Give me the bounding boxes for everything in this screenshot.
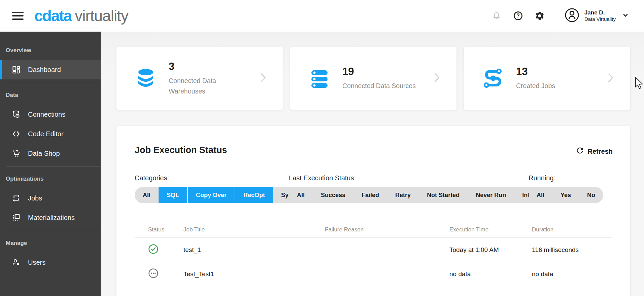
filter-label: Categories: <box>135 174 311 182</box>
sidebar-item-connections[interactable]: Connections <box>0 105 101 124</box>
materialization-icon <box>12 213 21 222</box>
database-icon <box>135 68 157 89</box>
filters-row: Categories: All SQL Copy Over RecOpt Sys… <box>135 174 612 202</box>
sidebar-section-optimizations: Optimizations <box>0 167 101 188</box>
running-segmented-control: All Yes No <box>529 187 603 203</box>
sidebar-item-label: Jobs <box>28 194 42 202</box>
card-value: 13 <box>516 66 555 78</box>
code-icon <box>12 130 21 138</box>
sidebar-item-label: Users <box>28 259 45 266</box>
card-created-jobs[interactable]: 13 Created Jobs <box>464 47 630 110</box>
card-connected-data-warehouses[interactable]: 3 Connected Data Warehouses <box>116 47 283 110</box>
job-title-cell: Test_Test1 <box>183 270 325 278</box>
sidebar-item-data-shop[interactable]: Data Shop <box>0 144 101 163</box>
chevron-right-icon[interactable] <box>256 71 270 86</box>
user-name: Jane D. <box>584 9 616 16</box>
user-info: Jane D. Data Virtuality <box>584 9 616 22</box>
refresh-icon <box>575 146 584 157</box>
card-label: Created Jobs <box>516 81 555 91</box>
logo-virtuality: virtuality <box>75 7 128 25</box>
main-content: 3 Connected Data Warehouses <box>101 32 644 296</box>
duration-cell: 116 milliseconds <box>532 246 612 254</box>
chevron-right-icon[interactable] <box>603 71 617 86</box>
sidebar-item-label: Data Shop <box>28 150 60 157</box>
settings-gear-icon[interactable] <box>535 11 545 21</box>
card-label: Connected Data Warehouses <box>169 76 248 96</box>
panel-title: Job Execution Status <box>135 145 612 155</box>
repeat-icon <box>12 194 21 202</box>
user-gear-icon <box>12 258 21 267</box>
job-title-cell: test_1 <box>183 246 325 254</box>
app-window: cdata virtuality ? <box>0 0 644 296</box>
sidebar-item-users[interactable]: Users <box>0 253 101 272</box>
card-connected-data-sources[interactable]: 19 Connected Data Sources <box>290 47 456 110</box>
sidebar-item-label: Connections <box>28 111 65 118</box>
sidebar-item-label: Dashboard <box>28 66 61 74</box>
filter-option-all[interactable]: All <box>135 187 159 203</box>
filter-label: Last Execution Status: <box>289 174 562 182</box>
sidebar-section-manage: Manage <box>0 231 101 253</box>
user-menu[interactable]: Jane D. Data Virtuality <box>564 7 629 24</box>
card-label: Connected Data Sources <box>342 81 416 91</box>
card-text: 13 Created Jobs <box>516 66 555 91</box>
status-cell <box>148 268 183 280</box>
status-cell <box>148 244 183 256</box>
header-actions: ? Jane D. Data Virtuality <box>492 7 629 24</box>
top-header: cdata virtuality ? <box>0 0 644 32</box>
filter-option-no[interactable]: No <box>579 187 603 203</box>
column-header-duration: Duration <box>532 226 612 233</box>
column-header-failure-reason: Failure Reason <box>325 226 449 233</box>
hamburger-menu-icon[interactable] <box>12 12 24 20</box>
job-execution-status-panel: Job Execution Status Refresh Categories:… <box>116 126 630 296</box>
filter-group-running: Running: All Yes No <box>529 174 603 203</box>
chevron-down-icon[interactable] <box>622 11 629 20</box>
categories-segmented-control: All SQL Copy Over RecOpt System <box>135 187 311 203</box>
filter-option-retry[interactable]: Retry <box>387 187 419 203</box>
no-data-ellipsis-icon <box>148 268 159 280</box>
user-organization: Data Virtuality <box>584 16 616 22</box>
card-text: 19 Connected Data Sources <box>342 66 416 91</box>
stat-cards-row: 3 Connected Data Warehouses <box>116 47 630 110</box>
chevron-right-icon[interactable] <box>430 71 444 86</box>
card-value: 19 <box>342 66 416 78</box>
column-header-execution-time: Execution Time <box>449 226 532 233</box>
notifications-bell-icon[interactable] <box>492 11 502 21</box>
job-flow-icon <box>482 68 504 89</box>
card-text: 3 Connected Data Warehouses <box>169 61 248 96</box>
last-execution-status-segmented-control: All Success Failed Retry Not Started Nev… <box>289 187 562 203</box>
card-value: 3 <box>169 61 248 73</box>
app-logo: cdata virtuality <box>34 7 128 25</box>
sidebar-item-jobs[interactable]: Jobs <box>0 188 101 208</box>
refresh-label: Refresh <box>588 148 613 155</box>
logo-cdata: cdata <box>34 7 71 25</box>
duration-cell: no data <box>532 270 612 278</box>
cart-icon <box>12 149 21 158</box>
sidebar-item-label: Materializations <box>28 214 75 222</box>
filter-option-failed[interactable]: Failed <box>353 187 387 203</box>
table-row[interactable]: Test_Test1 no data no data <box>135 262 612 286</box>
jobs-table: Status Job Title Failure Reason Executio… <box>135 222 612 286</box>
filter-option-never-run[interactable]: Never Run <box>468 187 514 203</box>
filter-option-all[interactable]: All <box>529 187 552 203</box>
sidebar-item-materializations[interactable]: Materializations <box>0 208 101 227</box>
table-row[interactable]: test_1 Today at 1:00 AM 116 milliseconds <box>135 237 612 262</box>
filter-option-yes[interactable]: Yes <box>552 187 579 203</box>
filter-option-copy-over[interactable]: Copy Over <box>187 187 235 203</box>
svg-text:?: ? <box>516 13 520 18</box>
sidebar-item-dashboard[interactable]: Dashboard <box>0 60 101 79</box>
execution-time-cell: no data <box>449 270 532 278</box>
refresh-button[interactable]: Refresh <box>575 146 613 157</box>
success-check-icon <box>148 244 159 256</box>
filter-option-success[interactable]: Success <box>313 187 353 203</box>
column-header-job-title: Job Title <box>183 226 325 233</box>
sidebar-item-code-editor[interactable]: Code Editor <box>0 124 101 144</box>
dashboard-icon <box>12 65 21 74</box>
filter-option-all[interactable]: All <box>289 187 313 203</box>
help-icon[interactable]: ? <box>513 11 523 21</box>
filter-option-sql[interactable]: SQL <box>159 187 187 203</box>
column-header-status: Status <box>148 226 183 233</box>
filter-option-recopt[interactable]: RecOpt <box>235 187 273 203</box>
data-sources-icon <box>309 68 330 89</box>
filter-option-not-started[interactable]: Not Started <box>419 187 468 203</box>
table-header-row: Status Job Title Failure Reason Executio… <box>135 222 612 237</box>
